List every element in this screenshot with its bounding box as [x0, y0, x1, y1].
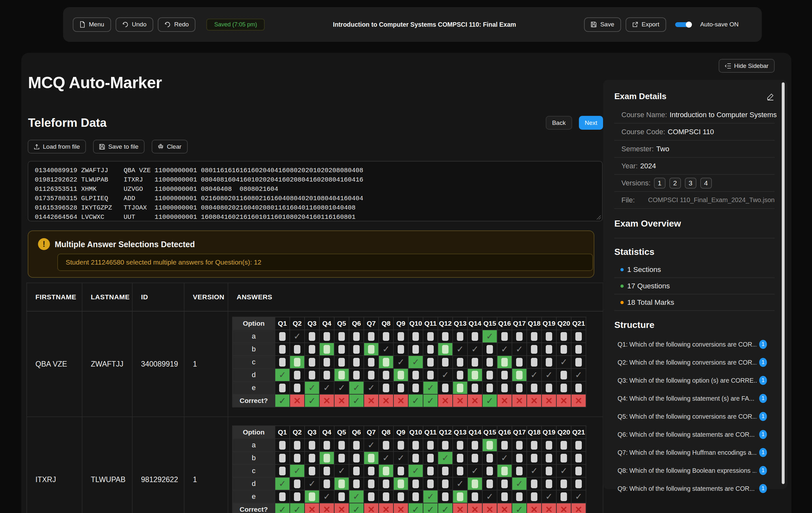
warning-icon: ! [38, 238, 50, 250]
structure-question-item[interactable]: Q9: Which of the following statements ar… [614, 480, 775, 497]
incorrect-mark-cell: ✕ [556, 394, 571, 407]
answer-cell [290, 343, 304, 356]
version-chip[interactable]: 2 [669, 178, 681, 189]
incorrect-mark-cell: ✕ [379, 394, 394, 407]
sidebar-scrollbar[interactable] [782, 82, 785, 484]
student-row: QBA VZEZWAFTJJ3400899191OptionQ1Q2Q3Q4Q5… [27, 311, 603, 417]
answer-key-cell: ✓ [394, 356, 408, 368]
selected-bubble-icon [309, 492, 315, 501]
bubble-empty-icon [427, 454, 434, 462]
answer-cell [379, 381, 394, 394]
selected-cell [319, 343, 334, 356]
bubble-empty-icon [309, 358, 315, 367]
answer-cell [334, 330, 349, 343]
answer-key-cell: ✓ [527, 464, 542, 477]
selected-cell [364, 452, 379, 464]
saved-status-badge: Saved (7:05 pm) [206, 19, 265, 31]
menu-button[interactable]: Menu [73, 18, 111, 32]
bubble-empty-icon [457, 467, 463, 475]
structure-question-item[interactable]: Q5: Which of the following conversions a… [614, 408, 775, 425]
answer-key-check-icon: ✓ [545, 492, 553, 502]
answer-cell [275, 464, 290, 477]
detail-row: File:COMPSCI 110_Final_Exam_2024_Two.jso… [614, 192, 775, 209]
answer-key-cell: ✓ [364, 381, 379, 394]
detail-label: Course Name: [621, 111, 667, 119]
answer-cell [527, 330, 542, 343]
detail-value: Two [656, 145, 669, 153]
selected-bubble-icon [457, 384, 463, 392]
bubble-empty-icon [501, 480, 508, 488]
load-from-file-button[interactable]: Load from file [28, 140, 86, 153]
exam-overview-heading[interactable]: Exam Overview [614, 218, 775, 229]
save-to-file-button[interactable]: Save to file [93, 140, 145, 153]
selected-bubble-icon [501, 358, 508, 367]
structure-question-item[interactable]: Q8: Which of the following Boolean expre… [614, 461, 775, 480]
bubble-empty-icon [531, 332, 538, 341]
bubble-empty-icon [427, 345, 434, 354]
grid-question-header: Q7 [364, 317, 379, 330]
version-chip[interactable]: 3 [685, 178, 696, 189]
version-chip[interactable]: 1 [654, 178, 666, 189]
grid-question-header: Q20 [556, 426, 571, 439]
clear-button[interactable]: Clear [152, 140, 187, 153]
answer-cell [467, 356, 482, 368]
back-button[interactable]: Back [546, 116, 572, 130]
bubble-empty-icon [368, 467, 374, 475]
answer-key-cell: ✓ [379, 452, 394, 464]
teleform-data-text: 01340089919 ZWAFTJJ QBA VZE 11000000001 … [35, 166, 596, 222]
autosave-toggle[interactable] [675, 22, 692, 27]
selected-correct-cell: ✓ [275, 477, 290, 490]
redo-button[interactable]: Redo [158, 18, 196, 32]
bubble-empty-icon [457, 454, 463, 462]
answer-cell [394, 381, 408, 394]
answer-cell [467, 381, 482, 394]
bubble-empty-icon [294, 480, 300, 488]
results-header-row: FIRSTNAMELASTNAMEIDVERSIONANSWERS [27, 283, 603, 311]
save-button[interactable]: Save [584, 18, 621, 32]
column-header-version: VERSION [184, 283, 228, 311]
answer-cell [497, 477, 512, 490]
next-button[interactable]: Next [579, 116, 603, 130]
bubble-empty-icon [546, 480, 552, 488]
grid-question-header: Q7 [364, 426, 379, 439]
grid-question-header: Q1 [275, 317, 290, 330]
undo-button[interactable]: Undo [116, 18, 153, 32]
selected-cell [453, 381, 467, 394]
structure-question-item[interactable]: Q6: Which of the following statements ar… [614, 425, 775, 444]
grid-question-header: Q12 [438, 317, 453, 330]
exam-details-heading: Exam Details [614, 91, 766, 101]
structure-question-item[interactable]: Q1: Which of the following conversions a… [614, 335, 775, 353]
answer-cell [512, 452, 527, 464]
incorrect-mark-cell: ✕ [571, 503, 586, 513]
bubble-empty-icon [516, 358, 523, 367]
structure-question-item[interactable]: Q7: Which of the following Huffman encod… [614, 444, 775, 461]
bubble-empty-icon [472, 358, 478, 367]
structure-question-item[interactable]: Q2: Which of the following conversions a… [614, 353, 775, 371]
correct-selection-check-icon: ✓ [442, 453, 449, 463]
bubble-empty-icon [516, 441, 523, 450]
answer-cell [482, 343, 497, 356]
version-chip[interactable]: 4 [700, 178, 712, 189]
edit-icon[interactable] [766, 92, 775, 101]
answer-cell [319, 477, 334, 490]
bubble-empty-icon [487, 480, 493, 488]
correct-selection-check-icon: ✓ [279, 370, 286, 380]
incorrect-mark-cell: ✕ [453, 503, 467, 513]
export-button[interactable]: Export [626, 18, 666, 32]
bubble-empty-icon [472, 492, 478, 501]
structure-question-item[interactable]: Q3: Which of the following option (s) ar… [614, 371, 775, 389]
selected-cell [394, 368, 408, 381]
answer-cell [512, 490, 527, 503]
correct-mark-cell: ✓ [349, 503, 364, 513]
bubble-empty-icon [324, 371, 330, 380]
hide-sidebar-button[interactable]: Hide Sidebar [719, 59, 775, 73]
structure-question-item[interactable]: Q4: Which of the following statement (s)… [614, 389, 775, 408]
answer-cell [453, 464, 467, 477]
resize-handle-icon[interactable] [596, 215, 601, 219]
teleform-textarea[interactable]: 01340089919 ZWAFTJJ QBA VZE 11000000001 … [28, 161, 603, 221]
bubble-empty-icon [531, 441, 538, 450]
answer-key-check-icon: ✓ [382, 453, 390, 463]
answer-cell [512, 439, 527, 452]
answer-cell [527, 490, 542, 503]
bubble-empty-icon [516, 492, 523, 501]
